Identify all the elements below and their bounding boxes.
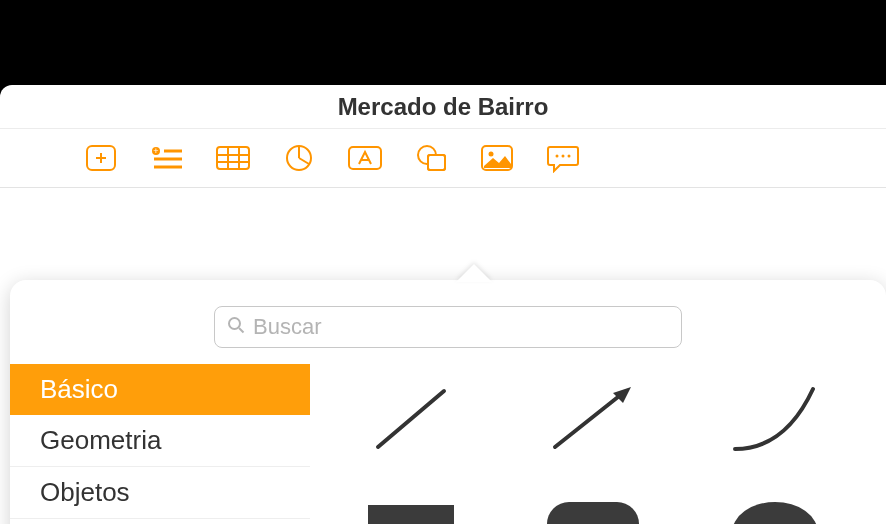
svg-line-26 <box>239 328 244 333</box>
svg-point-22 <box>556 155 559 158</box>
popover-arrow <box>456 264 492 282</box>
shape-button[interactable] <box>412 143 450 173</box>
categories-sidebar: Básico Geometria Objetos Animais <box>10 364 310 524</box>
comment-icon <box>546 143 580 173</box>
svg-line-28 <box>555 393 623 447</box>
svg-point-21 <box>489 152 494 157</box>
svg-rect-18 <box>428 155 445 170</box>
svg-rect-8 <box>217 147 249 169</box>
category-label: Geometria <box>40 425 161 455</box>
image-button[interactable] <box>478 143 516 173</box>
svg-line-15 <box>299 158 309 164</box>
line-icon <box>366 379 456 459</box>
square-icon <box>368 505 454 524</box>
letterbox-top <box>0 0 886 85</box>
search-input[interactable] <box>253 314 669 340</box>
list-button[interactable]: + <box>148 143 186 173</box>
shape-square[interactable] <box>340 488 482 524</box>
toolbar: + <box>0 129 886 188</box>
category-objetos[interactable]: Objetos <box>10 467 310 519</box>
circle-icon <box>732 502 818 524</box>
svg-text:+: + <box>153 146 158 156</box>
table-button[interactable] <box>214 143 252 173</box>
category-basico[interactable]: Básico <box>10 364 310 415</box>
svg-point-25 <box>229 318 240 329</box>
category-geometria[interactable]: Geometria <box>10 415 310 467</box>
app-window: Mercado de Bairro + <box>0 85 886 524</box>
popover-body: Básico Geometria Objetos Animais <box>10 364 886 524</box>
curve-icon <box>725 379 825 459</box>
shape-rounded-square[interactable] <box>522 488 664 524</box>
category-label: Objetos <box>40 477 130 507</box>
callout-pointer-line <box>789 0 791 75</box>
search-box[interactable] <box>214 306 682 348</box>
title-bar: Mercado de Bairro <box>0 85 886 129</box>
category-label: Básico <box>40 374 118 404</box>
add-button[interactable] <box>82 143 120 173</box>
shape-circle[interactable] <box>704 488 846 524</box>
chart-icon <box>284 143 314 173</box>
shape-curve[interactable] <box>704 374 846 464</box>
comment-button[interactable] <box>544 143 582 173</box>
list-icon: + <box>150 144 184 172</box>
textbox-button[interactable] <box>346 143 384 173</box>
svg-line-27 <box>378 391 444 447</box>
shape-arrow[interactable] <box>522 374 664 464</box>
arrow-icon <box>543 379 643 459</box>
rounded-square-icon <box>547 502 639 524</box>
add-icon <box>85 144 117 172</box>
svg-point-23 <box>562 155 565 158</box>
shape-line[interactable] <box>340 374 482 464</box>
document-title: Mercado de Bairro <box>338 93 549 121</box>
search-row <box>10 280 886 364</box>
image-icon <box>480 144 514 172</box>
category-animais[interactable]: Animais <box>10 519 310 524</box>
chart-button[interactable] <box>280 143 318 173</box>
textbox-icon <box>347 145 383 171</box>
table-icon <box>215 144 251 172</box>
search-icon <box>227 316 245 339</box>
svg-point-24 <box>568 155 571 158</box>
shape-icon <box>414 143 448 173</box>
shapes-grid <box>310 364 886 524</box>
shapes-popover: Básico Geometria Objetos Animais <box>10 280 886 524</box>
